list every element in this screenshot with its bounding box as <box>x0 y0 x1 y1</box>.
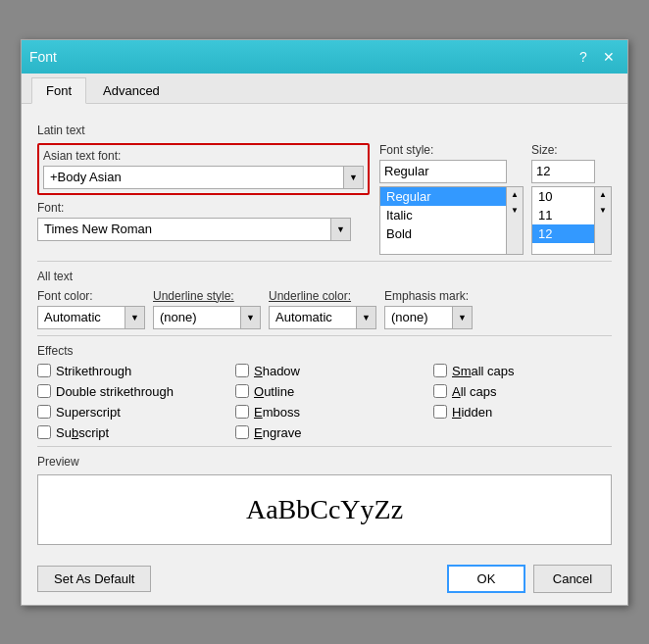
emboss-checkbox[interactable]: Emboss <box>235 405 414 420</box>
strikethrough-checkbox[interactable]: Strikethrough <box>37 364 216 378</box>
font-style-scroll-up[interactable]: ▲ <box>507 187 523 203</box>
underline-style-arrow[interactable]: ▼ <box>240 307 260 328</box>
font-color-value: Automatic <box>38 310 125 324</box>
effects-section: Effects Strikethrough Shadow Small caps … <box>37 344 612 440</box>
superscript-checkbox[interactable]: Superscript <box>37 405 216 420</box>
right-col: Font style: Regular Italic Bold ▲ ▼ <box>379 143 612 255</box>
size-listbox-wrap: 10 11 12 ▲ ▼ <box>531 186 612 255</box>
engrave-input[interactable] <box>235 425 249 439</box>
emphasis-mark-value: (none) <box>385 310 452 324</box>
subscript-input[interactable] <box>37 425 51 439</box>
eng-u: E <box>254 425 263 440</box>
font-style-option-bold[interactable]: Bold <box>380 224 506 243</box>
emphasis-mark-label: Emphasis mark: <box>384 289 473 303</box>
size-option-10[interactable]: 10 <box>532 187 594 206</box>
hidden-checkbox[interactable]: Hidden <box>433 405 612 420</box>
emphasis-mark-arrow[interactable]: ▼ <box>452 307 472 328</box>
help-button[interactable]: ? <box>573 46 594 68</box>
size-scroll-up[interactable]: ▲ <box>595 187 611 203</box>
double-strikethrough-label: Double strikethrough <box>56 384 174 399</box>
emboss-input[interactable] <box>235 405 249 419</box>
title-bar-buttons: ? ✕ <box>573 46 620 68</box>
tab-advanced[interactable]: Advanced <box>88 77 175 103</box>
asian-font-dropdown[interactable]: +Body Asian ▼ <box>43 166 364 189</box>
all-caps-label: All caps <box>452 384 497 399</box>
double-strikethrough-input[interactable] <box>37 384 51 398</box>
font-color-field: Font color: Automatic ▼ <box>37 289 145 329</box>
small-caps-input[interactable] <box>433 364 447 377</box>
font-color-label: Font color: <box>37 289 145 303</box>
size-listbox[interactable]: 10 11 12 <box>531 186 595 255</box>
shadow-u: S <box>254 364 263 378</box>
font-style-scroll-down[interactable]: ▼ <box>507 203 523 219</box>
size-option-11[interactable]: 11 <box>532 206 594 224</box>
tab-font[interactable]: Font <box>31 77 86 104</box>
font-style-scrollbar: ▲ ▼ <box>507 186 524 255</box>
all-text-row: Font color: Automatic ▼ Underline style:… <box>37 289 612 329</box>
underline-style-dropdown[interactable]: (none) ▼ <box>153 306 261 329</box>
size-scroll-down[interactable]: ▼ <box>595 203 611 219</box>
underline-style-field: Underline style: (none) ▼ <box>153 289 261 329</box>
preview-section: Preview AaBbCcYyZz <box>37 455 612 545</box>
shadow-checkbox[interactable]: Shadow <box>235 364 414 378</box>
font-color-dropdown[interactable]: Automatic ▼ <box>37 306 145 329</box>
outline-checkbox[interactable]: Outline <box>235 384 414 399</box>
tab-bar: Font Advanced <box>22 74 627 104</box>
font-value: Times New Roman <box>38 222 330 236</box>
asian-font-box: Asian text font: +Body Asian ▼ <box>37 143 370 195</box>
out-u: O <box>254 384 264 399</box>
footer-right: OK Cancel <box>447 565 612 593</box>
emphasis-mark-dropdown[interactable]: (none) ▼ <box>384 306 473 329</box>
asian-font-value: +Body Asian <box>44 170 343 184</box>
font-fields-area: Asian text font: +Body Asian ▼ Font: Tim… <box>37 143 612 255</box>
font-arrow[interactable]: ▼ <box>330 219 350 240</box>
all-text-label: All text <box>37 270 612 283</box>
underline-color-dropdown[interactable]: Automatic ▼ <box>269 306 376 329</box>
strikethrough-label: Strikethrough <box>56 364 131 378</box>
hid-u: H <box>452 405 461 420</box>
subscript-checkbox[interactable]: Subscript <box>37 425 216 440</box>
superscript-input[interactable] <box>37 405 51 419</box>
underline-color-value: Automatic <box>270 310 356 324</box>
small-caps-label: Small caps <box>452 364 515 378</box>
close-button[interactable]: ✕ <box>598 46 620 68</box>
double-strikethrough-checkbox[interactable]: Double strikethrough <box>37 384 216 399</box>
outline-input[interactable] <box>235 384 249 398</box>
dialog-footer: Set As Default OK Cancel <box>22 557 627 605</box>
shadow-input[interactable] <box>235 364 249 377</box>
small-caps-checkbox[interactable]: Small caps <box>433 364 612 378</box>
size-option-12[interactable]: 12 <box>532 224 594 243</box>
emphasis-mark-field: Emphasis mark: (none) ▼ <box>384 289 473 329</box>
underline-color-label: Underline color: <box>269 289 376 303</box>
font-style-listbox[interactable]: Regular Italic Bold <box>379 186 507 255</box>
size-input[interactable] <box>531 160 595 183</box>
cancel-button[interactable]: Cancel <box>533 565 612 593</box>
emboss-label: Emboss <box>254 405 300 420</box>
font-style-option-italic[interactable]: Italic <box>380 206 506 224</box>
font-dialog: Font ? ✕ Font Advanced Latin text Asian … <box>21 39 628 606</box>
underline-style-value: (none) <box>154 310 240 324</box>
ok-button[interactable]: OK <box>447 565 525 593</box>
font-label: Font: <box>37 201 370 215</box>
strikethrough-input[interactable] <box>37 364 51 377</box>
preview-box: AaBbCcYyZz <box>37 474 612 545</box>
font-style-col: Font style: Regular Italic Bold ▲ ▼ <box>379 143 524 255</box>
all-caps-input[interactable] <box>433 384 447 398</box>
ac-u: A <box>452 384 461 399</box>
size-scrollbar: ▲ ▼ <box>595 186 612 255</box>
all-text-section: All text Font color: Automatic ▼ Underli… <box>37 270 612 329</box>
preview-text: AaBbCcYyZz <box>246 494 403 525</box>
font-color-arrow[interactable]: ▼ <box>125 307 144 328</box>
font-style-option-regular[interactable]: Regular <box>380 187 506 206</box>
effects-grid: Strikethrough Shadow Small caps Double s… <box>37 364 612 440</box>
font-dropdown[interactable]: Times New Roman ▼ <box>37 218 351 241</box>
font-style-input[interactable] <box>379 160 507 183</box>
set-as-default-button[interactable]: Set As Default <box>37 566 151 592</box>
hidden-input[interactable] <box>433 405 447 419</box>
asian-font-arrow[interactable]: ▼ <box>343 167 363 188</box>
all-caps-checkbox[interactable]: All caps <box>433 384 612 399</box>
engrave-checkbox[interactable]: Engrave <box>235 425 414 440</box>
latin-text-label: Latin text <box>37 124 612 137</box>
underline-color-field: Underline color: Automatic ▼ <box>269 289 376 329</box>
underline-color-arrow[interactable]: ▼ <box>356 307 375 328</box>
